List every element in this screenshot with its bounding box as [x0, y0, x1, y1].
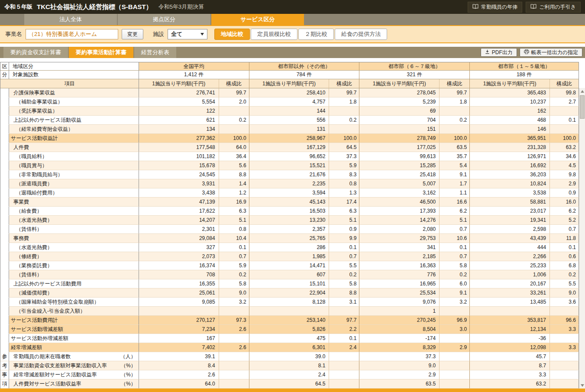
facility-count-cell: 188 件: [470, 71, 579, 79]
region-header-label: 地域区分: [9, 62, 139, 71]
facility-label: 施設: [153, 30, 164, 38]
item-cell: 常勤職員の期末在職者数（人）: [9, 352, 139, 361]
facility-select[interactable]: 全て: [168, 29, 207, 39]
ratio-cell: 0.1: [219, 243, 249, 252]
amount-cell: 46,500: [359, 198, 440, 207]
row-gutter: [0, 198, 9, 207]
amount-cell: 9.0: [359, 361, 440, 370]
user-guide-link[interactable]: ご利用の手引き: [526, 2, 581, 13]
scroll-down-button[interactable]: [579, 382, 585, 389]
scroll-up-button[interactable]: [579, 88, 585, 94]
ratio-cell: 5.8: [440, 261, 470, 270]
amount-cell: 20,167: [470, 279, 550, 288]
amount-cell: 39.1: [139, 352, 219, 361]
ratio-cell: [550, 352, 579, 361]
amount-cell: 2.4: [249, 370, 330, 379]
app-header: 令和５年版 TKC社会福祉法人経営指標（S-BAST） 令和5年3月期決算 常勤…: [0, 0, 585, 14]
ratio-cell: 16.9: [219, 198, 249, 207]
amount-cell: 16,355: [139, 279, 219, 288]
table-row: （受託事業収益）12214469162: [0, 107, 579, 116]
pdf-export-label: PDF出力: [492, 49, 513, 56]
capacity-compare-button[interactable]: 定員規模比較: [251, 29, 297, 40]
amount-cell: 16,503: [249, 207, 330, 216]
ref-item-label: 事業活動資金収支差額対事業活動収入率: [13, 362, 107, 369]
ratio-cell: [550, 125, 579, 134]
amount-cell: 341: [359, 243, 440, 252]
item-cell: 介護保険事業収益: [9, 88, 139, 97]
ratio-cell: 5.8: [329, 279, 359, 288]
amount-cell: 25,765: [249, 234, 330, 243]
table-row: 事業費47,13916.945,14317.446,50016.658,8811…: [0, 198, 579, 207]
amount-cell: 17,622: [139, 207, 219, 216]
business-name-input[interactable]: [26, 29, 118, 39]
two-period-compare-button[interactable]: ２期比較: [298, 29, 334, 40]
ratio-cell: 5.1: [440, 216, 470, 225]
row-gutter: [0, 179, 9, 188]
ratio-cell: 37.3: [329, 152, 359, 161]
amount-cell: 2,266: [470, 252, 550, 261]
book-icon: [472, 4, 478, 10]
ratio-cell: 100.0: [550, 134, 579, 143]
tab-branch[interactable]: 拠点区分: [118, 14, 210, 25]
table-row: （職員給料）101,18236.496,65237.399,61335.7126…: [0, 152, 579, 161]
ratio-cell: 0.2: [440, 270, 470, 279]
tab-activity-statement[interactable]: 要約事業活動計算書: [69, 47, 133, 58]
ratio-cell: [550, 370, 579, 379]
vertical-scrollbar[interactable]: [579, 88, 585, 389]
amount-cell: 19,341: [470, 216, 550, 225]
region-header-cell: 都市部以外（その他）: [249, 62, 360, 71]
item-cell: （修繕費）: [9, 252, 139, 261]
ratio-cell: 100.0: [329, 134, 359, 143]
batch-print-button[interactable]: 帳表一括出力の指定: [520, 48, 582, 57]
ratio-cell: 6.3: [329, 207, 359, 216]
amount-cell: 144: [249, 107, 330, 116]
amount-cell: 776: [359, 270, 440, 279]
ratio-cell: 0.1: [329, 243, 359, 252]
amount-cell: 258,967: [249, 134, 330, 143]
ratio-cell: [219, 379, 249, 389]
table-row: 項人件費対サービス活動収益率（%）64.064.563.563.2: [0, 379, 579, 389]
amount-cell: 36,203: [470, 170, 550, 179]
amount-cell: 277,362: [139, 134, 219, 143]
ratio-column-header: 構成比: [329, 79, 359, 88]
amount-cell: 146: [470, 125, 550, 134]
scrollbar-thumb[interactable]: [580, 95, 585, 119]
ratio-cell: 63.5: [440, 143, 470, 152]
ratio-cell: 63.2: [550, 143, 579, 152]
tab-analysis-table[interactable]: 経営分析表: [134, 47, 176, 58]
tab-service[interactable]: サービス区分: [211, 14, 304, 25]
tab-corporation[interactable]: 法人全体: [24, 14, 117, 25]
amount-cell: 8.1: [249, 361, 330, 370]
region-header-row: 区 地域区分 全国平均都市部以外（その他）都市部（６～７級地）都市部（１～５級地…: [0, 62, 579, 71]
table-row: （業務委託費）16,3745.914,4715.516,3635.825,233…: [0, 261, 579, 270]
amount-cell: 21,676: [249, 170, 330, 179]
tab-funds-statement[interactable]: 要約資金収支計算書: [3, 47, 68, 58]
table-row: 介護保険事業収益276,74199.7258,41099.7278,04599.…: [0, 88, 579, 97]
horizontal-scrollbar[interactable]: [0, 389, 585, 392]
item-cell: サービス活動外増減差額: [9, 334, 139, 343]
change-button[interactable]: 変更: [122, 29, 143, 39]
annual-salary-link[interactable]: 常勤職員の年俸: [468, 2, 522, 13]
item-cell: 上記以外のサービス活動収益: [9, 116, 139, 125]
item-cell: （賃借料）: [9, 225, 139, 234]
amount-cell: 2.9: [359, 370, 440, 379]
row-gutter: [0, 216, 9, 225]
table-row: サービス活動費用計270,12797.3253,14097.7270,24596…: [0, 316, 579, 325]
meal-provision-button[interactable]: 給食の提供方法: [335, 29, 387, 40]
amount-cell: 6,301: [249, 343, 330, 352]
amount-cell: 14,276: [359, 216, 440, 225]
ratio-cell: 0.2: [329, 116, 359, 125]
item-cell: 人件費: [9, 143, 139, 152]
table-row: （国庫補助金等特別積立金取崩額）9,0853.28,1283.19,0763.2…: [0, 298, 579, 307]
amount-cell: 3,931: [139, 179, 219, 188]
pdf-export-button[interactable]: PDF出力: [481, 48, 517, 57]
ratio-cell: 1.7: [440, 179, 470, 188]
ref-item-unit: （%）: [121, 362, 136, 369]
amount-cell: [139, 307, 219, 316]
ratio-cell: [440, 361, 470, 370]
amount-cell: 16,363: [359, 261, 440, 270]
amount-cell: 5,239: [359, 97, 440, 107]
ratio-cell: 0.7: [219, 252, 249, 261]
ratio-cell: [440, 370, 470, 379]
region-compare-button[interactable]: 地域比較: [214, 29, 250, 40]
